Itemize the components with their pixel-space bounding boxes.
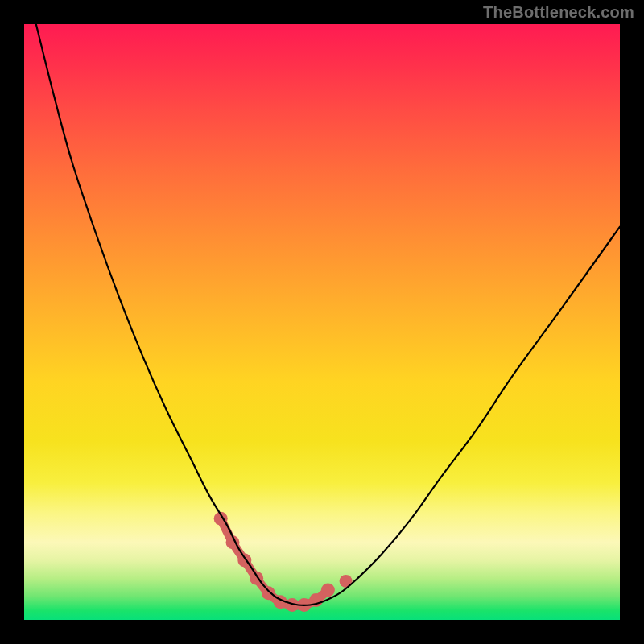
accent-dot [262,586,275,600]
watermark-text: TheBottleneck.com [483,3,634,22]
chart-frame: TheBottleneck.com [0,0,644,644]
bottleneck-curve-line [36,24,620,605]
accent-dot [321,584,335,597]
chart-svg [24,24,620,620]
